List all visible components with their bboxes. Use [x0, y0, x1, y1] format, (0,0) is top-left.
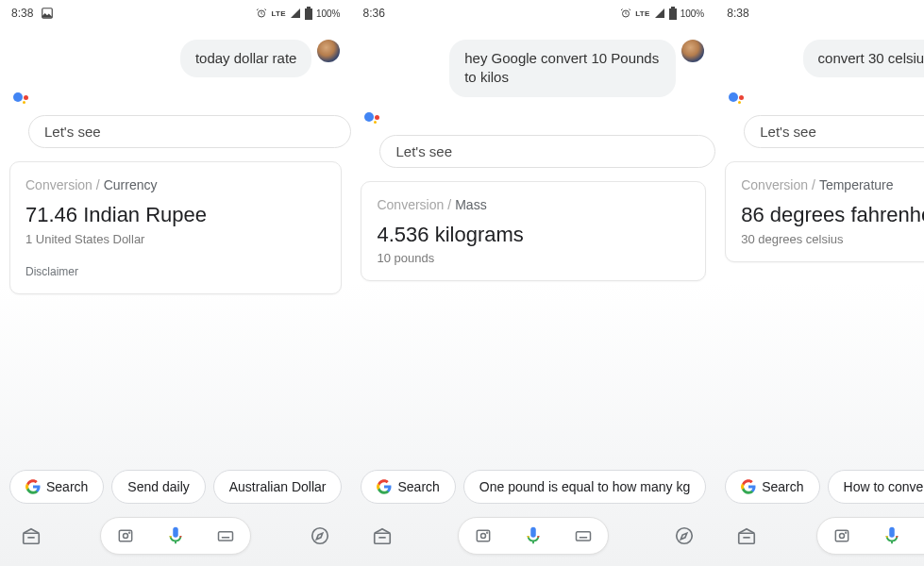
chip-label: Send daily — [127, 479, 189, 494]
suggestion-chip[interactable]: Send daily — [111, 470, 205, 504]
svg-point-15 — [481, 534, 486, 539]
bottom-bar — [715, 513, 924, 566]
assistant-reply-chip[interactable]: Let's see — [28, 115, 351, 148]
user-avatar[interactable] — [317, 40, 340, 62]
chip-label: Search — [762, 479, 803, 494]
image-indicator-icon — [41, 7, 54, 20]
svg-point-18 — [677, 528, 693, 544]
card-breadcrumb: Conversion/Mass — [377, 197, 690, 212]
conversion-result: 71.46 Indian Rupee — [25, 202, 326, 228]
assistant-reply-chip[interactable]: Let's see — [744, 115, 924, 148]
conversion-card[interactable]: Conversion/Currency71.46 Indian Rupee1 U… — [9, 161, 342, 294]
user-message-row: hey Google convert 10 Pounds to kilos — [351, 26, 715, 103]
status-time: 8:38 — [11, 7, 33, 20]
updates-button[interactable] — [732, 525, 761, 546]
chip-label: One pound is equal to how many kg — [479, 479, 690, 494]
keyboard-button[interactable] — [574, 526, 593, 545]
updates-button[interactable] — [368, 525, 396, 546]
mic-button[interactable] — [165, 525, 186, 546]
chip-label: Search — [397, 479, 439, 494]
svg-rect-12 — [669, 8, 677, 20]
card-breadcrumb: Conversion/Currency — [25, 177, 326, 192]
status-bar: 8:38LTE100% — [715, 0, 924, 26]
svg-point-16 — [487, 532, 488, 533]
assistant-row — [351, 103, 715, 129]
chip-label: Australian Dollar — [229, 479, 327, 494]
user-message-bubble[interactable]: convert 30 celsius to fahrenheit — [803, 40, 924, 77]
suggestion-chips-row: SearchSend dailyAustralian Dollar — [0, 470, 351, 513]
conversion-source: 30 degrees celsius — [741, 232, 924, 246]
bottom-bar — [0, 513, 351, 566]
svg-rect-13 — [375, 533, 391, 543]
status-time: 8:36 — [362, 7, 384, 20]
user-message-bubble[interactable]: today dollar rate — [180, 40, 312, 77]
user-avatar[interactable] — [681, 40, 704, 62]
suggestion-chip[interactable]: Search — [9, 470, 104, 504]
suggestion-chip[interactable]: How to convert Celsius into Kelvin — [828, 470, 924, 504]
card-breadcrumb: Conversion/Temperature — [741, 177, 924, 192]
conversion-result: 4.536 kilograms — [377, 222, 690, 248]
suggestion-chips-row: SearchHow to convert Celsius into Kelvin — [715, 470, 924, 513]
input-pill — [816, 517, 924, 555]
network-label: LTE — [635, 9, 649, 18]
status-time: 8:38 — [727, 7, 748, 20]
keyboard-button[interactable] — [216, 526, 235, 545]
conversion-card[interactable]: Conversion/Mass4.536 kilograms10 pounds — [361, 181, 706, 282]
input-pill — [100, 517, 251, 555]
explore-button[interactable] — [306, 525, 334, 546]
svg-rect-3 — [305, 8, 312, 20]
svg-rect-4 — [24, 533, 40, 543]
signal-icon — [290, 8, 301, 19]
conversion-source: 1 United States Dollar — [25, 232, 326, 246]
user-message-bubble[interactable]: hey Google convert 10 Pounds to kilos — [449, 40, 676, 97]
svg-point-9 — [312, 528, 328, 544]
battery-percent: 100% — [680, 8, 705, 19]
conversion-result: 86 degrees fahrenheit — [741, 202, 924, 228]
assistant-row — [715, 83, 924, 109]
disclaimer-link[interactable]: Disclaimer — [25, 265, 326, 278]
status-bar: 8:36LTE100% — [351, 0, 715, 26]
battery-icon — [669, 7, 677, 20]
assistant-logo-icon — [364, 110, 383, 129]
assistant-row — [0, 83, 351, 109]
assistant-logo-icon — [729, 91, 748, 109]
phone-screen: 8:36LTE100%hey Google convert 10 Pounds … — [351, 0, 715, 566]
status-right: LTE100% — [256, 7, 340, 20]
svg-point-7 — [129, 532, 130, 533]
suggestion-chip[interactable]: Search — [361, 470, 455, 504]
lens-button[interactable] — [116, 526, 135, 545]
user-message-row: convert 30 celsius to fahrenheit — [715, 26, 924, 83]
svg-point-25 — [846, 532, 847, 533]
mic-button[interactable] — [882, 525, 902, 546]
explore-button[interactable] — [670, 525, 698, 546]
chip-label: Search — [46, 479, 88, 494]
alarm-icon — [256, 8, 267, 19]
conversion-card[interactable]: Conversion/Temperature86 degrees fahrenh… — [725, 161, 924, 262]
suggestion-chip[interactable]: One pound is equal to how many kg — [463, 470, 706, 504]
svg-rect-22 — [739, 533, 755, 543]
status-bar: 8:38LTE100% — [0, 0, 351, 26]
suggestion-chip[interactable]: Search — [725, 470, 819, 504]
conversion-source: 10 pounds — [377, 251, 690, 265]
assistant-reply-chip[interactable]: Let's see — [379, 135, 715, 168]
google-logo-icon — [377, 479, 392, 494]
bottom-bar — [351, 513, 715, 566]
lens-button[interactable] — [474, 526, 493, 545]
assistant-logo-icon — [13, 91, 32, 109]
google-logo-icon — [741, 479, 756, 494]
svg-rect-17 — [577, 532, 591, 541]
phone-screen: 8:38LTE100%today dollar rateLet's seeCon… — [0, 0, 351, 566]
lens-button[interactable] — [832, 526, 851, 545]
updates-button[interactable] — [17, 525, 45, 546]
battery-percent: 100% — [316, 8, 341, 19]
signal-icon — [654, 8, 665, 19]
chip-label: How to convert Celsius into Kelvin — [844, 479, 924, 494]
suggestion-chip[interactable]: Australian Dollar — [213, 470, 343, 504]
mic-button[interactable] — [523, 525, 544, 546]
svg-rect-11 — [671, 7, 675, 8]
input-pill — [458, 517, 609, 555]
network-label: LTE — [271, 9, 285, 18]
svg-point-24 — [840, 534, 845, 539]
alarm-icon — [620, 8, 631, 19]
svg-rect-2 — [307, 7, 311, 8]
